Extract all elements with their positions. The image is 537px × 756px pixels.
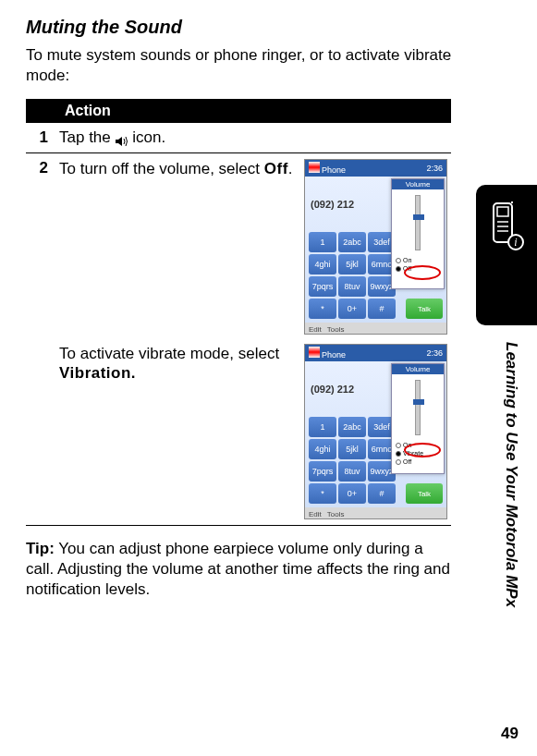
action-table: Action 1 Tap the icon. 2 To turn off the… bbox=[26, 99, 451, 526]
tools-menu: Tools bbox=[327, 325, 345, 334]
step2-block-off: To turn off the volume, select Off. Phon… bbox=[59, 159, 447, 335]
talk-button: Talk bbox=[406, 299, 443, 319]
radio-icon bbox=[396, 258, 401, 263]
screenshot-topbar: Phone 2:36 bbox=[305, 345, 446, 361]
key: 4ghi bbox=[309, 439, 336, 459]
step2a-pre: To turn off the volume, select bbox=[59, 160, 264, 177]
talk-button: Talk bbox=[406, 483, 443, 504]
screenshot-topbar: Phone 2:36 bbox=[305, 160, 446, 177]
key: 2abc bbox=[338, 417, 366, 437]
key: 5jkl bbox=[338, 254, 366, 274]
step2a-bold: Off bbox=[264, 160, 288, 177]
step-content: To turn off the volume, select Off. Phon… bbox=[55, 153, 451, 526]
phone-area: (092) 212 1 2abc 3def 4ghi 5jkl 6mno 7pq… bbox=[305, 177, 446, 323]
step2b-text: To activate vibrate mode, select Vibrati… bbox=[59, 344, 295, 384]
side-section-title: Learning to Use Your Motorola MPx bbox=[502, 342, 520, 607]
phone-area: (092) 212 1 2abc 3def 4ghi 5jkl 6mno 7pq… bbox=[305, 361, 446, 507]
dialed-number: (092) 212 bbox=[311, 199, 354, 210]
key: 0+ bbox=[338, 483, 366, 504]
step1-pre: Tap the bbox=[59, 128, 116, 146]
radio-icon bbox=[396, 451, 401, 457]
volume-title: Volume bbox=[392, 179, 444, 189]
screenshot-off: Phone 2:36 (092) 212 1 2abc 3def 4ghi bbox=[304, 159, 447, 335]
tip-text: You can adjust phone earpiece volume onl… bbox=[26, 540, 450, 598]
step-text: Tap the icon. bbox=[55, 123, 451, 153]
opt-off: Off bbox=[403, 457, 411, 466]
key: # bbox=[368, 483, 396, 504]
table-header-blank bbox=[26, 99, 55, 123]
phone-icon: i bbox=[488, 201, 525, 253]
key: 5jkl bbox=[338, 439, 366, 459]
tip-paragraph: Tip: You can adjust phone earpiece volum… bbox=[26, 539, 455, 600]
step-number: 2 bbox=[26, 153, 55, 526]
tools-menu: Tools bbox=[327, 510, 345, 518]
key: 7pqrs bbox=[309, 461, 336, 482]
table-header-action: Action bbox=[55, 99, 451, 123]
radio-icon bbox=[396, 459, 401, 465]
key: 0+ bbox=[338, 299, 366, 319]
side-tab: i bbox=[476, 185, 537, 325]
volume-slider bbox=[415, 380, 421, 435]
step1-post: icon. bbox=[132, 128, 165, 146]
step2-block-vibrate: To activate vibrate mode, select Vibrati… bbox=[59, 344, 447, 519]
key: 1 bbox=[309, 232, 336, 252]
radio-icon bbox=[396, 443, 401, 448]
key: * bbox=[309, 299, 336, 319]
svg-text:i: i bbox=[514, 236, 517, 249]
clock-text: 2:36 bbox=[426, 164, 443, 173]
screenshot-bottombar: Edit Tools bbox=[305, 507, 446, 519]
start-flag-icon bbox=[309, 347, 320, 358]
opt-on: On bbox=[403, 256, 411, 264]
page-content: Muting the Sound To mute system sounds o… bbox=[0, 0, 481, 600]
key: 8tuv bbox=[338, 276, 366, 297]
keypad: 1 2abc 3def 4ghi 5jkl 6mno 7pqrs 8tuv 9w… bbox=[309, 232, 396, 319]
clock-text: 2:36 bbox=[426, 348, 443, 358]
key: 1 bbox=[309, 417, 336, 437]
radio-icon bbox=[396, 266, 401, 272]
key: * bbox=[309, 483, 336, 504]
window-title: Phone bbox=[322, 165, 346, 175]
key: # bbox=[368, 299, 396, 319]
step2b-pre: To activate vibrate mode, select bbox=[59, 345, 279, 362]
key: 8tuv bbox=[338, 461, 366, 482]
intro-text: To mute system sounds or phone ringer, o… bbox=[26, 45, 455, 86]
step2a-post: . bbox=[288, 160, 293, 177]
dialed-number: (092) 212 bbox=[311, 384, 354, 395]
step2a-text: To turn off the volume, select Off. bbox=[59, 159, 295, 178]
screenshot-vibrate: Phone 2:36 (092) 212 1 2abc 3def 4ghi bbox=[304, 344, 447, 519]
screenshot-bottombar: Edit Tools bbox=[305, 323, 446, 335]
step2b-bold: Vibration. bbox=[59, 364, 136, 382]
speaker-icon bbox=[116, 133, 128, 144]
page-number: 49 bbox=[501, 725, 519, 743]
edit-menu: Edit bbox=[309, 510, 322, 518]
volume-slider bbox=[415, 195, 421, 250]
svg-rect-1 bbox=[494, 203, 512, 242]
volume-popup: Volume On Vibrate Off bbox=[391, 363, 445, 474]
table-header-row: Action bbox=[26, 99, 451, 123]
section-heading: Muting the Sound bbox=[26, 17, 455, 38]
step-number: 1 bbox=[26, 123, 55, 153]
volume-title: Volume bbox=[392, 364, 444, 374]
key: 4ghi bbox=[309, 254, 336, 274]
window-title: Phone bbox=[322, 350, 346, 360]
edit-menu: Edit bbox=[309, 325, 322, 334]
svg-marker-0 bbox=[116, 137, 122, 146]
svg-rect-2 bbox=[497, 207, 508, 216]
table-row: 2 To turn off the volume, select Off. Ph… bbox=[26, 153, 451, 526]
start-flag-icon bbox=[309, 162, 320, 173]
key: 2abc bbox=[338, 232, 366, 252]
tip-label: Tip: bbox=[26, 540, 55, 557]
key: 7pqrs bbox=[309, 276, 336, 297]
table-row: 1 Tap the icon. bbox=[26, 123, 451, 153]
keypad: 1 2abc 3def 4ghi 5jkl 6mno 7pqrs 8tuv 9w… bbox=[309, 417, 396, 504]
